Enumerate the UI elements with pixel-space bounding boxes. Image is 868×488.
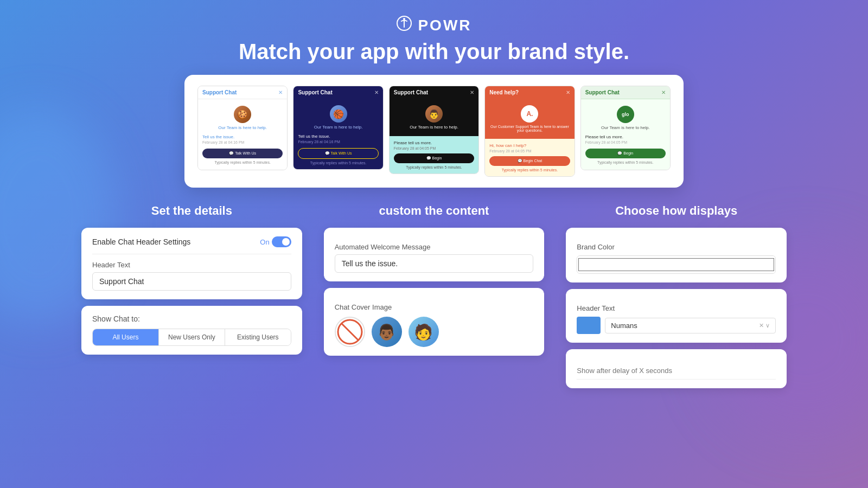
card2-body: 🏀 Our Team is here to help. Tell us the … [293,99,382,169]
card2-date: February 28 at 04:16 PM [298,140,378,144]
brand-color-label: Brand Color [577,243,776,251]
card2-close-icon[interactable]: ✕ [374,89,379,95]
card5-date: February 28 at 04:05 PM [585,140,666,144]
logo-text: POWR [418,17,471,34]
brand-color-card: Brand Color [566,228,787,282]
card2-avatar: 🏀 [330,105,347,123]
chat-preview-card-1: Support Chat ✕ 🍪 Our Team is here to hel… [197,86,288,170]
card4-header: Need help? ✕ [485,86,574,99]
card5-title: Support Chat [585,89,620,95]
card3-header: Support Chat ✕ [390,86,478,99]
show-chat-all-users[interactable]: All Users [93,329,159,345]
header-text-input[interactable] [92,272,291,291]
cover-image-label: Chat Cover Image [335,303,534,311]
card4-helper: Our Customer Support Team is here to ans… [489,125,570,132]
toggle-row: Enable Chat Header Settings On [92,236,291,247]
card3-title: Support Chat [394,89,428,95]
cover-image-options: 👨🏾 🧑 [335,317,534,347]
chat-icon: 💬 [617,151,623,155]
welcome-message-card: Automated Welcome Message [324,228,545,281]
no-image-option[interactable] [335,317,365,347]
card1-body: 🍪 Our Team is here to help. Tell us the … [198,99,287,170]
card5-close-icon[interactable]: ✕ [661,89,666,95]
card4-reply: Typically replies within 5 minutes. [489,168,570,172]
brand-color-input-row [577,255,776,274]
card3-action-button[interactable]: 💬 Begin [394,153,474,163]
card3-top-body: 👨 Our Team is here to help. [390,99,478,136]
section-set-details: Set the details Enable Chat Header Setti… [81,204,302,355]
chat-preview-card-5: Support Chat ✕ glo Our Team is here to h… [580,86,671,170]
card4-close-icon[interactable]: ✕ [566,89,570,95]
show-chat-new-users[interactable]: New Users Only [159,329,225,345]
toggle-switch[interactable] [272,236,291,247]
card2-action-button[interactable]: 💬 Talk With Us [298,148,378,159]
card1-date: February 28 at 04:16 PM [202,140,283,144]
welcome-message-label: Automated Welcome Message [335,243,534,251]
section-custom-content: custom the content Automated Welcome Mes… [324,204,545,356]
bottom-sections: Set the details Enable Chat Header Setti… [81,204,787,395]
avatar1-option[interactable]: 👨🏾 [372,317,402,347]
avatar1-icon: 👨🏾 [377,323,396,341]
card5-reply: Typically replies within 5 minutes. [585,160,666,164]
card3-reply: Typically replies within 5 minutes. [394,165,474,169]
card4-action-button[interactable]: 💬 Begin Chat [489,156,570,166]
chat-icon: 💬 [426,156,432,160]
chat-icon: 💬 [229,151,235,155]
chat-preview-card-2: Support Chat ✕ 🏀 Our Team is here to hel… [293,86,383,170]
card2-reply: Typically replies within 5 minutes. [298,161,378,165]
show-chat-card: Show Chat to: All Users New Users Only E… [81,306,302,355]
divider [92,254,291,254]
show-chat-label: Show Chat to: [92,314,291,323]
card3-date: February 28 at 04:05 PM [394,146,474,150]
page-header: POWR Match your app with your brand styl… [239,15,629,64]
font-color-swatch[interactable] [577,317,601,334]
card2-helper: Our Team is here to help. [298,125,378,130]
card4-avatar: A. [521,105,538,123]
show-delay-card [566,349,787,388]
show-chat-button-group: All Users New Users Only Existing Users [92,329,291,346]
card4-bottom-body: Hi, how can I help? February 28 at 04:05… [485,139,574,176]
card2-message: Tell us the issue. [298,134,378,139]
header-text-font-label: Header Text [577,304,776,312]
avatar2-option[interactable]: 🧑 [409,317,439,347]
font-select[interactable]: Numans ✕ ∨ [605,318,776,333]
chat-preview-card-4: Need help? ✕ A. Our Customer Support Tea… [484,86,575,177]
logo-row: POWR [396,15,471,35]
enable-chat-label: Enable Chat Header Settings [92,237,190,246]
card3-helper: Our Team is here to help. [394,125,474,130]
welcome-message-input[interactable] [335,254,534,273]
avatar2-icon: 🧑 [414,323,433,341]
font-name: Numans [611,322,637,330]
card5-header: Support Chat ✕ [581,86,670,99]
select-controls: ✕ ∨ [759,322,770,329]
chat-preview-card-3: Support Chat ✕ 👨 Our Team is here to hel… [389,86,479,174]
card2-header: Support Chat ✕ [293,86,382,99]
card3-close-icon[interactable]: ✕ [470,89,474,95]
card1-header: Support Chat ✕ [198,86,287,99]
header-text-font-row: Numans ✕ ∨ [577,317,776,334]
card2-title: Support Chat [298,89,332,95]
show-chat-existing-users[interactable]: Existing Users [225,329,291,345]
card5-action-button[interactable]: 💬 Begin [585,149,666,158]
preview-strip: Support Chat ✕ 🍪 Our Team is here to hel… [184,75,684,188]
card4-top-body: A. Our Customer Support Team is here to … [485,99,574,139]
toggle-on-group: On [260,236,291,247]
card4-message: Hi, how can I help? [489,143,570,148]
chat-icon: 💬 [518,159,524,163]
card5-avatar: glo [617,106,634,123]
chat-icon: 💬 [325,151,331,155]
enable-chat-card: Enable Chat Header Settings On Header Te… [81,228,302,299]
header-text-label: Header Text [92,261,291,269]
delay-input[interactable] [577,362,776,380]
svg-point-1 [403,18,405,20]
section-middle-title: custom the content [379,204,489,218]
card1-action-button[interactable]: 💬 Talk With Us [202,149,283,158]
card4-title: Need help? [489,89,519,95]
card1-message: Tell us the issue. [202,134,283,139]
svg-line-3 [342,324,358,340]
brand-color-input[interactable] [577,256,775,273]
card3-message: Please tell us more. [394,140,474,145]
toggle-on-text: On [260,238,269,246]
card1-close-icon[interactable]: ✕ [278,89,283,95]
section-choose-display: Choose how displays Brand Color Header T… [566,204,787,395]
